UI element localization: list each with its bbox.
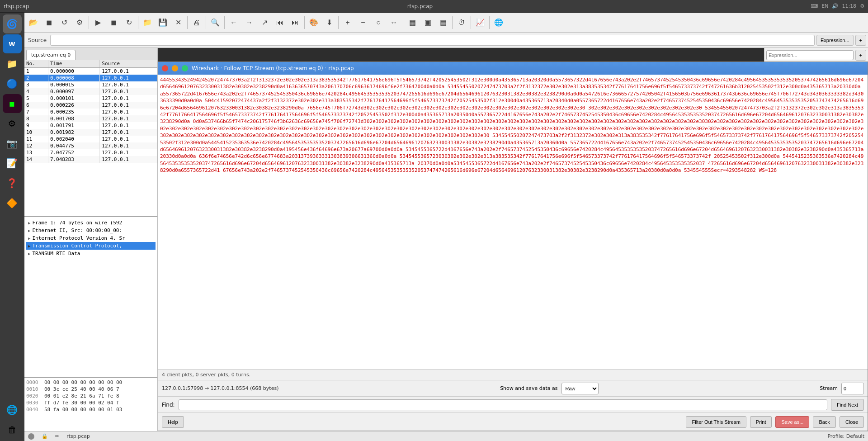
zoom-out-button[interactable]: −	[356, 15, 370, 30]
expand-all-button[interactable]: ▤	[436, 15, 450, 30]
go-forward-button[interactable]: →	[242, 15, 256, 30]
help-icon[interactable]: ❓	[3, 174, 22, 193]
add-expression-button[interactable]: +	[855, 35, 866, 46]
detail-transum[interactable]: ▶ TRANSUM RTE Data	[26, 250, 156, 257]
stream-number-input[interactable]	[841, 383, 864, 394]
settings-icon[interactable]: ⚙	[3, 114, 22, 133]
tcp-stream-content[interactable]: 4445534352494245207247473703a2f2f3132372…	[158, 75, 868, 369]
table-row[interactable]: 6 0.000226 127.0.0.1	[24, 102, 157, 109]
go-first-button[interactable]: ⏮	[273, 15, 287, 30]
trash-icon[interactable]: 🗑	[3, 420, 22, 439]
table-row[interactable]: 1 0.000000 127.0.0.1	[24, 68, 157, 75]
table-row[interactable]: 5 0.000101 127.0.0.1	[24, 95, 157, 102]
cell-source: 127.0.0.1	[100, 122, 157, 129]
reload-button[interactable]: ↺	[57, 15, 71, 30]
table-row[interactable]: 2 0.000008 127.0.0.1	[24, 75, 157, 81]
help-button[interactable]: Help	[162, 416, 184, 428]
ubuntu-icon[interactable]: 🌀	[3, 14, 22, 33]
wireshark-icon[interactable]: W	[3, 34, 22, 53]
find-next-button[interactable]: Find Next	[831, 399, 864, 411]
maximize-dialog-button[interactable]	[182, 65, 188, 71]
auto-scroll-button[interactable]: ⬇	[322, 15, 336, 30]
tcp-stream-titlebar: Wireshark · Follow TCP Stream (tcp.strea…	[158, 62, 868, 75]
start-capture-button[interactable]: ▶	[91, 15, 105, 30]
save-format-select[interactable]: Raw ASCII EBCDIC Hex Dump C Arrays YAML	[561, 383, 599, 394]
print-button2[interactable]: Print	[750, 416, 772, 428]
triangle-ethernet: ▶	[28, 228, 30, 233]
table-row[interactable]: 12 0.044775 127.0.0.1	[24, 142, 157, 149]
detail-tcp[interactable]: ▶ Transmission Control Protocol,	[26, 242, 156, 250]
tcp-stream-controls: 127.0.0.1:57998 → 127.0.0.1:8554 (668 by…	[158, 380, 868, 396]
table-row[interactable]: 10 0.001982 127.0.0.1	[24, 129, 157, 136]
window-title: rtsp.pcap	[29, 3, 811, 9]
table-row[interactable]: 8 0.001708 127.0.0.1	[24, 115, 157, 122]
detail-tcp-label: Transmission Control Protocol,	[32, 243, 122, 249]
open-file-button2[interactable]: 📁	[140, 15, 155, 30]
save-as-button[interactable]: Save as...	[775, 416, 809, 428]
expression-button[interactable]: Expression...	[816, 35, 854, 46]
go-to-packet-button[interactable]: ↗	[257, 15, 272, 30]
close-button2[interactable]: Close	[840, 416, 864, 428]
find-packet-button[interactable]: 🔍	[208, 15, 222, 30]
table-row[interactable]: 9 0.001791 127.0.0.1	[24, 122, 157, 129]
terminal-icon[interactable]: ■	[3, 94, 22, 113]
table-row[interactable]: 7 0.000235 127.0.0.1	[24, 109, 157, 115]
zoom-reset-button[interactable]: ○	[371, 15, 386, 30]
back-button[interactable]: Back	[813, 416, 835, 428]
cell-time: 0.000008	[48, 75, 99, 81]
find-input[interactable]	[179, 399, 827, 410]
go-last-button[interactable]: ⏭	[288, 15, 302, 30]
capture-options-button[interactable]: ⚙	[72, 15, 87, 30]
packet-table-wrapper[interactable]: No. Time Source 1 0.000000 127.0.0.1 2 0…	[24, 60, 157, 216]
resize-columns-button[interactable]: ↔	[387, 15, 401, 30]
text-editor-icon[interactable]: 📝	[3, 154, 22, 173]
firefox-icon[interactable]: 🔵	[3, 74, 22, 93]
graph-button[interactable]: 📈	[473, 15, 487, 30]
cell-no: 2	[24, 75, 48, 81]
separator-1	[89, 16, 89, 29]
software-icon[interactable]: 🔶	[3, 194, 22, 213]
close-file-button[interactable]: ◼	[42, 15, 56, 30]
filter-input-wrapper	[50, 35, 815, 46]
table-row[interactable]: 3 0.000015 127.0.0.1	[24, 81, 157, 88]
triangle-transum: ▶	[28, 251, 30, 256]
cell-no: 12	[24, 142, 48, 149]
separator-2	[138, 16, 138, 29]
system-menu-icon[interactable]: ⚙	[860, 3, 864, 9]
minimize-dialog-button[interactable]	[172, 65, 178, 71]
resolve-address-button[interactable]: 🌐	[491, 15, 506, 30]
save-file-button[interactable]: 💾	[156, 15, 170, 30]
expand-subtrees-button[interactable]: ▦	[405, 15, 420, 30]
colorize-button[interactable]: 🎨	[307, 15, 321, 30]
detail-ip[interactable]: ▶ Internet Protocol Version 4, Sr	[26, 234, 156, 242]
toggle-time-button[interactable]: ⏱	[454, 15, 469, 30]
table-row[interactable]: 11 0.002040 127.0.0.1	[24, 136, 157, 142]
expression-bar: +	[764, 48, 868, 62]
expression-input[interactable]	[766, 50, 854, 60]
screenshot-icon[interactable]: 📷	[3, 134, 22, 153]
table-row[interactable]: 14 7.048283 127.0.0.1	[24, 156, 157, 163]
detail-frame[interactable]: ▶ Frame 1: 74 bytes on wire (592	[26, 219, 156, 227]
files-icon[interactable]: 📁	[3, 54, 22, 73]
add-expression-btn[interactable]: +	[855, 50, 866, 61]
open-file-button[interactable]: 📂	[26, 15, 41, 30]
tab-tcp-stream[interactable]: tcp.stream eq 0	[26, 50, 75, 60]
collapse-all-button[interactable]: ▣	[420, 15, 435, 30]
table-row[interactable]: 13 7.047752 127.0.0.1	[24, 149, 157, 156]
go-back-button[interactable]: ←	[226, 15, 241, 30]
cell-no: 7	[24, 109, 48, 115]
restart-capture-button[interactable]: ↻	[122, 15, 136, 30]
close-dialog-button[interactable]	[162, 65, 168, 71]
table-row[interactable]: 4 0.000097 127.0.0.1	[24, 88, 157, 95]
close-button[interactable]: ✕	[171, 15, 185, 30]
titlebar: rtsp.pcap rtsp.pcap ⌨ EN 🔊 11:18 ⚙	[0, 0, 868, 13]
filter-out-button[interactable]: Filter Out This Stream	[686, 416, 746, 428]
stop-capture-button[interactable]: ◼	[106, 15, 121, 30]
zoom-in-button[interactable]: +	[340, 15, 355, 30]
cell-time: 0.001791	[48, 122, 99, 129]
keyboard-icon: ⌨	[811, 3, 818, 9]
filter-input[interactable]	[52, 37, 812, 43]
print-button[interactable]: 🖨	[189, 15, 204, 30]
network-icon[interactable]: 🌐	[3, 400, 22, 419]
detail-ethernet[interactable]: ▶ Ethernet II, Src: 00:00:00_00:	[26, 227, 156, 234]
